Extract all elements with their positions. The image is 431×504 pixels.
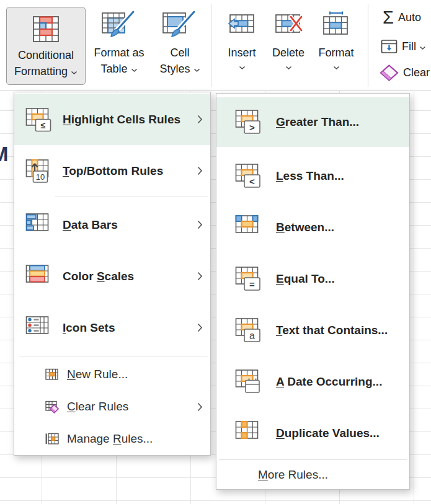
chevron-down-icon — [131, 68, 138, 73]
greater-than-icon: > — [235, 108, 264, 136]
format-as-table-label-line1: Format as — [94, 45, 144, 61]
menu-item-label: Highlight Cells Rules — [63, 113, 180, 126]
conditional-formatting-menu: ≤ Highlight Cells Rules 10 Top/Bottom Ru… — [14, 92, 211, 456]
svg-text:a: a — [249, 330, 255, 340]
insert-cells-icon — [228, 5, 256, 45]
submenu-arrow-icon — [197, 272, 203, 281]
svg-text:10: 10 — [36, 172, 45, 182]
menu-item-manage-rules[interactable]: Manage Rules... — [14, 423, 210, 455]
duplicate-values-icon — [235, 420, 264, 447]
ribbon-bottom-border — [0, 91, 431, 91]
highlight-cells-rules-submenu: > Greater Than... < Less Than... Between… — [216, 93, 410, 490]
worksheet-text-fragment: M — [0, 143, 9, 166]
menu-item-clear-rules[interactable]: Clear Rules — [14, 391, 210, 423]
menu-item-highlight-cells-rules[interactable]: ≤ Highlight Cells Rules — [14, 94, 210, 145]
conditional-formatting-label-line2: Formatting — [14, 63, 78, 79]
submenu-item-label: Greater Than... — [276, 115, 359, 129]
svg-text:=: = — [249, 278, 255, 289]
submenu-item-equal-to[interactable]: = Equal To... — [216, 253, 409, 304]
cell-styles-button[interactable]: Cell Styles — [153, 5, 207, 87]
clear-rules-icon — [45, 400, 59, 413]
menu-item-data-bars[interactable]: Data Bars — [14, 199, 210, 250]
svg-text:>: > — [249, 122, 255, 133]
submenu-item-duplicate-values[interactable]: Duplicate Values... — [216, 407, 409, 459]
format-as-table-icon — [101, 5, 137, 45]
submenu-item-a-date-occurring[interactable]: A Date Occurring... — [216, 356, 409, 407]
submenu-item-label: A Date Occurring... — [276, 375, 382, 389]
svg-text:<: < — [249, 175, 255, 186]
submenu-arrow-icon — [197, 220, 203, 229]
chevron-down-icon — [333, 66, 340, 70]
submenu-item-label: More Rules... — [258, 468, 328, 482]
submenu-item-less-than[interactable]: < Less Than... — [216, 150, 409, 201]
submenu-arrow-icon — [197, 166, 203, 175]
fill-button[interactable]: Fill — [381, 39, 426, 54]
chevron-down-icon — [193, 68, 200, 73]
text-that-contains-icon: a — [235, 317, 264, 344]
equal-to-icon: = — [235, 265, 264, 293]
chevron-down-icon — [71, 71, 78, 75]
submenu-item-between[interactable]: Between... — [216, 201, 409, 253]
format-as-table-button[interactable]: Format as Table — [87, 5, 151, 87]
submenu-item-label: Equal To... — [276, 272, 335, 286]
autosum-icon: Σ — [383, 9, 394, 27]
menu-item-label: Icon Sets — [63, 321, 115, 335]
format-as-table-label-line2: Table — [100, 61, 137, 77]
chevron-down-icon — [239, 66, 246, 70]
clear-icon — [380, 64, 399, 81]
menu-item-new-rule[interactable]: New Rule... — [14, 358, 210, 391]
cell-styles-label-line2: Styles — [159, 61, 200, 77]
a-date-occurring-icon — [235, 368, 264, 396]
submenu-item-label: Text that Contains... — [276, 324, 388, 337]
insert-button[interactable]: Insert — [222, 5, 262, 87]
menu-item-color-scales[interactable]: Color Scales — [14, 250, 210, 302]
between-icon — [235, 214, 264, 241]
fill-icon — [381, 39, 398, 54]
format-button[interactable]: Format — [315, 5, 357, 87]
clear-button[interactable]: Clear — [380, 64, 430, 81]
data-bars-icon — [25, 211, 53, 239]
menu-separator — [55, 197, 208, 197]
format-label: Format — [318, 45, 353, 61]
submenu-item-more-rules[interactable]: More Rules... — [216, 462, 409, 488]
svg-text:≤: ≤ — [41, 120, 46, 130]
submenu-arrow-icon — [197, 402, 203, 412]
chevron-down-icon — [419, 46, 426, 50]
color-scales-icon — [25, 263, 53, 290]
conditional-formatting-icon — [32, 11, 60, 47]
conditional-formatting-label-line1: Conditional — [18, 47, 74, 63]
ribbon-group-divider — [211, 4, 211, 87]
menu-item-label: Data Bars — [63, 218, 118, 232]
chevron-down-icon — [285, 66, 292, 70]
menu-item-top-bottom-rules[interactable]: 10 Top/Bottom Rules — [14, 145, 210, 197]
conditional-formatting-button[interactable]: Conditional Formatting — [6, 7, 86, 85]
delete-button[interactable]: Delete — [268, 5, 309, 87]
delete-label: Delete — [272, 45, 304, 61]
menu-item-icon-sets[interactable]: Icon Sets — [14, 302, 210, 353]
less-than-icon: < — [235, 162, 264, 190]
format-cells-icon — [322, 5, 350, 45]
menu-separator — [219, 459, 407, 460]
menu-item-label: Color Scales — [63, 270, 134, 283]
submenu-item-label: Less Than... — [276, 169, 344, 183]
menu-item-label: New Rule... — [67, 368, 128, 381]
menu-item-label: Manage Rules... — [67, 432, 153, 446]
menu-item-label: Top/Bottom Rules — [63, 164, 163, 178]
manage-rules-icon — [45, 432, 59, 446]
menu-item-label: Clear Rules — [67, 400, 128, 413]
ribbon-group-divider — [368, 4, 368, 87]
icon-sets-icon — [25, 314, 53, 342]
autosum-button[interactable]: Σ Auto — [383, 9, 421, 27]
fill-label: Fill — [402, 40, 426, 53]
clear-label: Clear — [403, 66, 430, 79]
submenu-item-greater-than[interactable]: > Greater Than... — [216, 97, 409, 147]
cell-styles-label-line1: Cell — [170, 45, 189, 61]
submenu-item-label: Between... — [276, 221, 334, 234]
highlight-cells-rules-icon: ≤ — [25, 106, 53, 133]
autosum-label: Auto — [398, 11, 421, 24]
ribbon: Conditional Formatting Format as Table — [0, 0, 431, 91]
cell-styles-icon — [162, 5, 198, 45]
submenu-arrow-icon — [197, 323, 203, 332]
top-bottom-rules-icon: 10 — [25, 157, 53, 185]
submenu-item-text-that-contains[interactable]: a Text that Contains... — [216, 304, 409, 356]
